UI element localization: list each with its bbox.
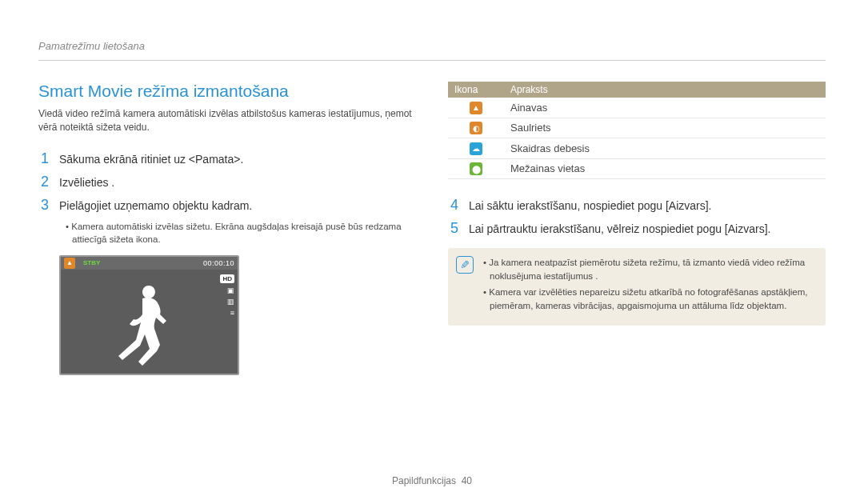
step-4: 4 Lai sāktu ierakstīšanu, nospiediet pog… <box>448 197 826 214</box>
step-text: Sākuma ekrānā ritiniet uz <Pamata>. <box>59 153 243 166</box>
step-text: Lai pārtrauktu ierakstīšanu, vēlreiz nos… <box>469 222 770 235</box>
landscape-icon <box>470 102 482 114</box>
scene-icon <box>64 258 75 269</box>
skater-silhouette <box>107 281 187 374</box>
section-header: Pamatrežīmu lietošana <box>38 40 826 52</box>
scene-icon-table: Ikona Apraksts Ainavas Saulriets <box>448 82 826 179</box>
recording-timer: 00:00:10 <box>203 259 234 267</box>
step-text: Pielāgojiet uzņemamo objektu kadram. <box>59 199 252 212</box>
step-2: 2 Izvēlieties . <box>38 174 416 190</box>
standby-indicator: STBY <box>83 259 100 266</box>
table-row: Mežainas vietas <box>448 158 826 179</box>
table-row: Skaidras debesis <box>448 138 826 159</box>
step-1: 1 Sākuma ekrānā ritiniet uz <Pamata>. <box>38 150 416 167</box>
note-item: Kamera var izvēlēties nepareizu sižetu a… <box>483 286 814 312</box>
step-number: 4 <box>448 197 461 214</box>
step-text: Lai sāktu ierakstīšanu, nospiediet pogu … <box>469 199 712 212</box>
sky-icon <box>470 142 482 155</box>
note-item: Ja kamera neatpazīst piemērotu sižeta re… <box>483 256 814 282</box>
table-row: Ainavas <box>448 98 826 118</box>
page-footer: Papildfunkcijas 40 <box>0 475 864 486</box>
forest-icon <box>470 162 482 175</box>
page-title: Smart Movie režīma izmantošana <box>38 82 416 101</box>
step-number: 5 <box>448 220 461 237</box>
icon-desc: Skaidras debesis <box>504 138 826 159</box>
step-text: Izvēlieties . <box>59 176 114 189</box>
step-number: 1 <box>38 150 51 167</box>
mode-icon: ≡ <box>230 309 234 317</box>
intro-paragraph: Viedā video režīmā kamera automātiski iz… <box>38 107 416 134</box>
icon-desc: Saulriets <box>504 118 826 138</box>
divider <box>38 60 826 61</box>
step-3-bullet: • Kamera automātiski izvēlas sižetu. Ekr… <box>66 220 416 246</box>
hd-badge: HD <box>220 274 234 283</box>
note-icon <box>456 256 474 274</box>
mode-icon: ▥ <box>227 298 234 306</box>
mode-icon: ▣ <box>227 286 234 294</box>
icon-desc: Ainavas <box>504 98 826 118</box>
step-number: 2 <box>38 174 51 190</box>
camera-preview-illustration: STBY 00:00:10 HD ▣ ▥ ≡ <box>59 255 239 375</box>
sunset-icon <box>470 122 482 134</box>
step-3: 3 Pielāgojiet uzņemamo objektu kadram. <box>38 197 416 214</box>
step-5: 5 Lai pārtrauktu ierakstīšanu, vēlreiz n… <box>448 220 826 237</box>
th-icon: Ikona <box>448 82 504 98</box>
icon-desc: Mežainas vietas <box>504 158 826 179</box>
note-callout: Ja kamera neatpazīst piemērotu sižeta re… <box>448 248 826 326</box>
step-number: 3 <box>38 197 51 214</box>
table-row: Saulriets <box>448 118 826 138</box>
th-desc: Apraksts <box>504 82 826 98</box>
